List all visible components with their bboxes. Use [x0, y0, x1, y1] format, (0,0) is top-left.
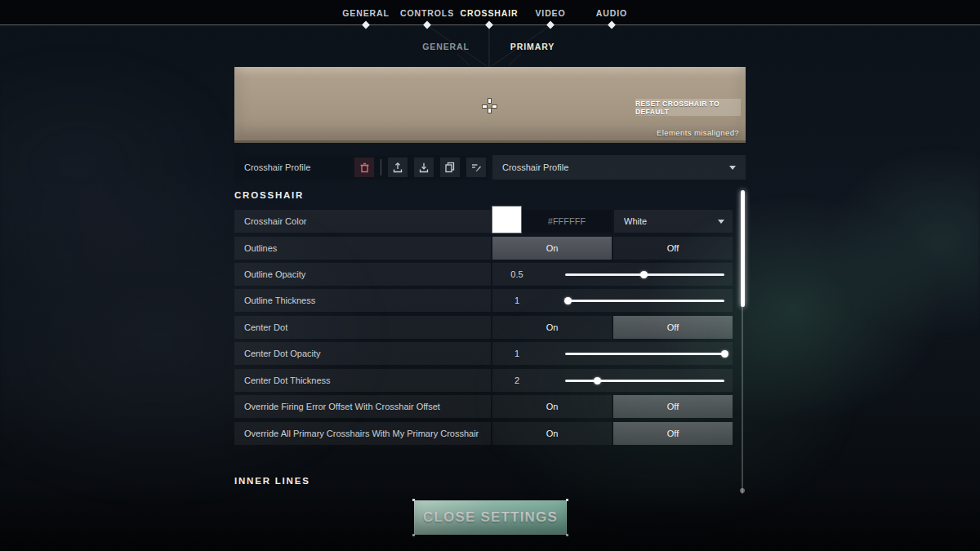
tab-general[interactable]: GENERAL: [342, 8, 390, 18]
toolbar-divider: [381, 159, 381, 176]
setting-label-cell: Center Dot Opacity: [234, 342, 491, 365]
setting-row-outlines: Outlines On Off: [234, 237, 733, 260]
setting-label-cell: Center Dot: [234, 316, 491, 339]
button-corner-tick: [566, 499, 568, 501]
setting-label-cell: Outline Thickness: [234, 289, 491, 312]
setting-label-cell: Crosshair Color: [234, 210, 491, 233]
slider-value: 2: [492, 375, 541, 385]
elements-misaligned-link[interactable]: Elements misaligned?: [657, 128, 739, 137]
button-corner-tick: [412, 534, 415, 536]
setting-row-override-firing-error: Override Firing Error Offset With Crossh…: [234, 395, 733, 418]
tab-video[interactable]: VIDEO: [535, 8, 565, 18]
setting-label: Override All Primary Crosshairs With My …: [244, 429, 479, 438]
settings-scrollbar-end-dot: [740, 488, 745, 493]
button-corner-tick: [566, 534, 568, 536]
toggle-on-button[interactable]: On: [492, 395, 612, 418]
slider-value: 1: [492, 295, 541, 305]
crosshair-glyph: [488, 109, 491, 113]
delete-profile-button[interactable]: [354, 158, 374, 177]
upload-icon: [392, 162, 403, 173]
crosshair-preview-pane: RESET CROSSHAIR TO DEFAULT Elements misa…: [234, 67, 746, 143]
reset-crosshair-button[interactable]: RESET CROSSHAIR TO DEFAULT: [635, 99, 741, 116]
setting-label-cell: Outlines: [234, 237, 491, 260]
toggle-on-button[interactable]: On: [492, 237, 612, 260]
import-profile-button[interactable]: [388, 158, 408, 177]
subtab-primary[interactable]: PRIMARY: [510, 42, 555, 51]
slider-knob[interactable]: [640, 271, 648, 278]
setting-row-center-dot-thickness: Center Dot Thickness 2: [234, 369, 733, 392]
setting-label: Center Dot Opacity: [244, 349, 321, 358]
toggle-off-button[interactable]: Off: [613, 237, 733, 260]
toggle-on-button[interactable]: On: [492, 422, 612, 445]
rename-icon: [470, 162, 482, 173]
close-settings-button[interactable]: CLOSE SETTINGS: [414, 500, 567, 535]
setting-row-override-all-primary: Override All Primary Crosshairs With My …: [234, 422, 733, 445]
slider-value: 0.5: [492, 269, 541, 279]
section-title-crosshair: CROSSHAIR: [234, 190, 304, 200]
setting-label: Outlines: [244, 243, 277, 253]
setting-row-outline-opacity: Outline Opacity 0.5: [234, 263, 733, 286]
preview-floor-line: [234, 140, 746, 143]
copy-icon: [444, 162, 456, 173]
setting-row-center-dot-opacity: Center Dot Opacity 1: [234, 342, 733, 365]
toggle-off-button[interactable]: Off: [613, 395, 733, 418]
slider-track[interactable]: [565, 380, 724, 382]
section-title-inner-lines: INNER LINES: [234, 476, 310, 486]
slider-track[interactable]: [565, 300, 724, 302]
button-corner-tick: [412, 499, 415, 501]
toggle-off-button[interactable]: Off: [613, 422, 733, 445]
setting-row-outline-thickness: Outline Thickness 1: [234, 289, 733, 312]
download-icon: [418, 162, 430, 173]
crosshair-glyph: [492, 105, 497, 108]
setting-label-cell: Override Firing Error Offset With Crossh…: [234, 395, 491, 418]
setting-label-cell: Override All Primary Crosshairs With My …: [234, 422, 491, 445]
setting-label-cell: Outline Opacity: [234, 263, 491, 286]
tab-controls[interactable]: CONTROLS: [400, 8, 454, 18]
setting-label: Outline Opacity: [244, 269, 305, 279]
close-settings-label: CLOSE SETTINGS: [423, 509, 558, 526]
crosshair-profile-dropdown[interactable]: Crosshair Profile: [492, 155, 746, 180]
toggle-on-button[interactable]: On: [492, 316, 612, 339]
setting-label: Outline Thickness: [244, 295, 315, 305]
crosshair-glyph: [483, 105, 487, 108]
setting-row-center-dot: Center Dot On Off: [234, 316, 733, 339]
duplicate-profile-button[interactable]: [440, 158, 460, 177]
setting-label: Override Firing Error Offset With Crossh…: [244, 402, 440, 411]
profile-dropdown-value: Crosshair Profile: [502, 162, 568, 172]
export-profile-button[interactable]: [414, 158, 434, 177]
setting-label-cell: Center Dot Thickness: [234, 369, 491, 392]
slider-track[interactable]: [565, 273, 724, 276]
chevron-down-icon: [729, 166, 736, 170]
setting-row-crosshair-color: Crosshair Color #FFFFFF White: [234, 210, 733, 233]
slider-knob[interactable]: [594, 377, 601, 384]
color-select-dropdown[interactable]: White: [614, 210, 733, 233]
setting-label: Center Dot Thickness: [244, 375, 331, 385]
subtab-general[interactable]: GENERAL: [422, 42, 470, 51]
trash-icon: [359, 162, 370, 173]
color-swatch[interactable]: [492, 207, 521, 233]
slider-knob[interactable]: [564, 297, 572, 304]
tab-audio[interactable]: AUDIO: [596, 8, 627, 18]
slider-value: 1: [492, 349, 541, 358]
chevron-down-icon: [718, 220, 724, 224]
setting-label: Center Dot: [244, 322, 287, 332]
slider-track[interactable]: [565, 353, 724, 355]
tab-crosshair[interactable]: CROSSHAIR: [460, 8, 518, 18]
valorant-settings-screen: GENERAL CONTROLS CROSSHAIR VIDEO AUDIO G…: [0, 0, 980, 551]
crosshair-glyph: [488, 99, 491, 103]
toggle-off-button[interactable]: Off: [613, 316, 733, 339]
slider-knob[interactable]: [721, 350, 728, 358]
setting-label: Crosshair Color: [244, 216, 306, 226]
rename-profile-button[interactable]: [466, 158, 486, 177]
settings-scrollbar-thumb[interactable]: [741, 190, 745, 307]
profile-label: Crosshair Profile: [244, 162, 310, 172]
crosshair-profile-bar: Crosshair Profile: [234, 155, 488, 180]
hex-color-field[interactable]: #FFFFFF: [521, 210, 612, 233]
color-select-value: White: [624, 216, 647, 226]
